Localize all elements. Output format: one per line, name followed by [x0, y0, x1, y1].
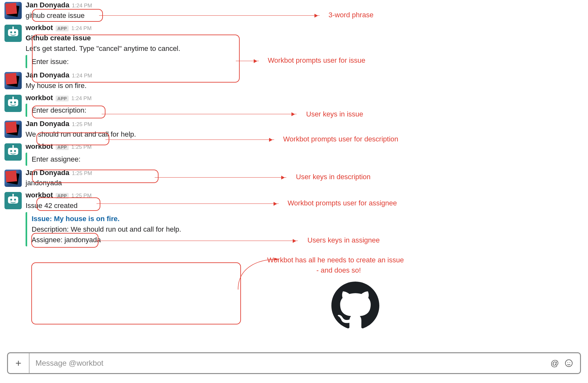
annotation-arrow-1 — [236, 61, 259, 61]
composer-placeholder[interactable]: Message @workbot — [30, 359, 550, 368]
timestamp: 1:24 PM — [72, 73, 92, 79]
annotation-2: User keys in issue — [306, 110, 363, 118]
timestamp: 1:25 PM — [72, 121, 92, 128]
emoji-icon[interactable] — [564, 358, 574, 368]
app-badge: APP — [56, 96, 69, 101]
svg-point-20 — [565, 360, 572, 367]
issue-description: Description: We should run out and call … — [32, 224, 251, 235]
prompt-attachment: Enter description: — [26, 104, 251, 117]
chat-screenshot: Jan Donyada 1:24 PM github create issue … — [0, 0, 588, 383]
app-badge: APP — [56, 144, 69, 150]
message-text: We should run out and call for help. — [26, 129, 251, 140]
svg-point-6 — [10, 101, 12, 103]
app-badge: APP — [56, 26, 69, 31]
avatar-user — [4, 170, 22, 187]
timestamp: 1:24 PM — [71, 95, 91, 102]
issue-assignee: Assignee: jandonyada — [32, 235, 251, 245]
annotation-8: - and does so! — [316, 266, 361, 275]
timestamp: 1:25 PM — [71, 144, 91, 150]
svg-point-16 — [10, 199, 12, 201]
avatar-user — [4, 72, 22, 89]
message-user-3: Jan Donyada 1:25 PM We should run out an… — [4, 118, 251, 141]
svg-point-1 — [10, 31, 12, 33]
svg-point-21 — [568, 362, 568, 363]
annotation-arrow-0 — [99, 15, 320, 16]
annotation-arrow-5 — [97, 203, 279, 204]
timestamp: 1:25 PM — [72, 170, 92, 177]
issue-created-line: Issue 42 created — [26, 200, 251, 211]
issue-title[interactable]: Issue: My house is on fire. — [32, 213, 251, 224]
message-bot-3: workbot APP 1:25 PM Enter assignee: — [4, 141, 251, 167]
prompt-attachment: Enter issue: — [26, 55, 251, 68]
annotation-7: Workbot has all he needs to create an is… — [267, 256, 404, 264]
sender-name: Jan Donyada — [26, 71, 69, 80]
sender-name: workbot — [26, 191, 53, 200]
annotation-0: 3-word phrase — [329, 11, 374, 19]
timestamp: 1:24 PM — [72, 3, 92, 9]
annotation-arrow-2 — [102, 114, 297, 114]
message-text: My house is on fire. — [26, 80, 251, 91]
prompt-attachment: Enter assignee: — [26, 153, 251, 166]
composer-right-icons: @ — [550, 358, 574, 368]
message-list: Jan Donyada 1:24 PM github create issue … — [4, 0, 251, 248]
message-user-2: Jan Donyada 1:24 PM My house is on fire. — [4, 69, 251, 92]
sender-name: Jan Donyada — [26, 168, 69, 178]
prompt-text: Enter assignee: — [32, 154, 251, 164]
sender-name: Jan Donyada — [26, 119, 69, 129]
avatar-user — [4, 2, 22, 19]
message-user-1: Jan Donyada 1:24 PM github create issue — [4, 0, 251, 22]
svg-point-7 — [14, 101, 16, 103]
annotation-4: User keys in description — [296, 173, 371, 181]
annotation-3: Workbot prompts user for description — [283, 135, 398, 143]
github-logo-icon — [331, 282, 379, 331]
issue-attachment: Issue: My house is on fire. Description:… — [26, 212, 251, 246]
annotation-arrow-6 — [95, 241, 298, 241]
sender-name: workbot — [26, 23, 53, 33]
annotation-1: Workbot prompts user for issue — [268, 56, 365, 65]
app-badge: APP — [56, 193, 69, 199]
avatar-bot — [4, 143, 22, 161]
bot-line: Let's get started. Type "cancel" anytime… — [26, 43, 251, 54]
message-bot-1: workbot APP 1:24 PM Github create issue … — [4, 22, 251, 70]
svg-point-11 — [10, 150, 12, 152]
message-user-4: Jan Donyada 1:25 PM jandonyada — [4, 167, 251, 190]
annotation-6: Users keys in assignee — [307, 236, 380, 244]
timestamp: 1:24 PM — [71, 25, 91, 32]
svg-point-22 — [569, 362, 570, 363]
attach-button[interactable]: + — [8, 353, 30, 373]
annotation-arrow-3 — [105, 140, 274, 140]
avatar-bot — [4, 95, 22, 112]
svg-point-2 — [14, 31, 16, 33]
message-bot-final: workbot APP 1:25 PM Issue 42 created Iss… — [4, 189, 251, 248]
message-text: jandonyada — [26, 178, 251, 188]
avatar-bot — [4, 25, 22, 42]
message-composer[interactable]: + Message @workbot @ — [7, 352, 581, 374]
timestamp: 1:25 PM — [71, 193, 91, 199]
mention-icon[interactable]: @ — [550, 358, 560, 368]
message-bot-2: workbot APP 1:24 PM Enter description: — [4, 92, 251, 118]
annotation-5: Workbot prompts user for assignee — [288, 199, 397, 207]
sender-name: Jan Donyada — [26, 1, 69, 10]
sender-name: workbot — [26, 93, 53, 103]
highlight-box-7 — [31, 262, 241, 324]
svg-point-17 — [14, 199, 16, 201]
annotation-arrow-4 — [155, 177, 286, 178]
sender-name: workbot — [26, 142, 53, 151]
avatar-bot — [4, 192, 22, 209]
avatar-user — [4, 121, 22, 138]
bot-title: Github create issue — [26, 33, 251, 43]
svg-point-12 — [14, 150, 16, 152]
prompt-text: Enter issue: — [32, 56, 251, 67]
